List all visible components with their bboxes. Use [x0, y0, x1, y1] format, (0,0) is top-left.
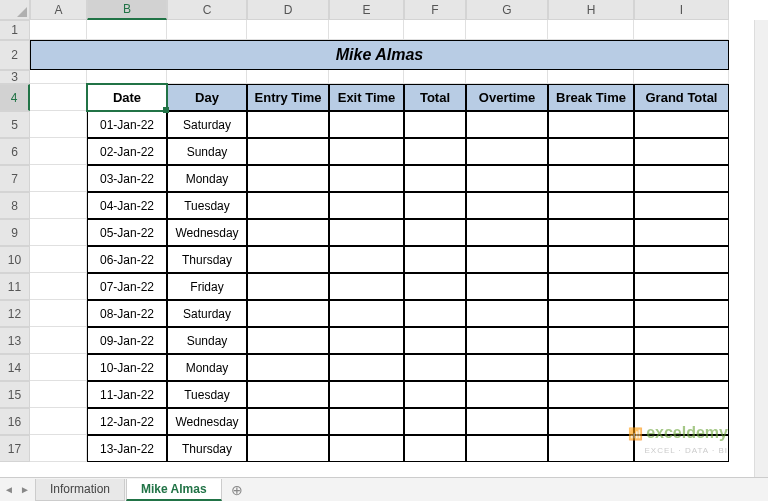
- data-cell-I8[interactable]: [634, 192, 729, 219]
- data-cell-F17[interactable]: [404, 435, 466, 462]
- date-cell-14[interactable]: 10-Jan-22: [87, 354, 167, 381]
- data-cell-E12[interactable]: [329, 300, 404, 327]
- data-cell-G5[interactable]: [466, 111, 548, 138]
- header-overtime[interactable]: Overtime: [466, 84, 548, 111]
- day-cell-15[interactable]: Tuesday: [167, 381, 247, 408]
- data-cell-H16[interactable]: [548, 408, 634, 435]
- title-cell[interactable]: Mike Almas: [30, 40, 729, 70]
- data-cell-D14[interactable]: [247, 354, 329, 381]
- header-date[interactable]: Date: [87, 84, 167, 111]
- data-cell-F15[interactable]: [404, 381, 466, 408]
- cell-H3[interactable]: [548, 70, 634, 84]
- cell-A16[interactable]: [30, 408, 87, 435]
- data-cell-E13[interactable]: [329, 327, 404, 354]
- data-cell-F11[interactable]: [404, 273, 466, 300]
- data-cell-H14[interactable]: [548, 354, 634, 381]
- data-cell-I6[interactable]: [634, 138, 729, 165]
- col-header-A[interactable]: A: [30, 0, 87, 20]
- cell-A3[interactable]: [30, 70, 87, 84]
- data-cell-F13[interactable]: [404, 327, 466, 354]
- data-cell-E10[interactable]: [329, 246, 404, 273]
- data-cell-G9[interactable]: [466, 219, 548, 246]
- data-cell-E14[interactable]: [329, 354, 404, 381]
- header-break-time[interactable]: Break Time: [548, 84, 634, 111]
- day-cell-12[interactable]: Saturday: [167, 300, 247, 327]
- data-cell-E17[interactable]: [329, 435, 404, 462]
- data-cell-I13[interactable]: [634, 327, 729, 354]
- data-cell-F16[interactable]: [404, 408, 466, 435]
- cell-I1[interactable]: [634, 20, 729, 40]
- col-header-C[interactable]: C: [167, 0, 247, 20]
- row-header-8[interactable]: 8: [0, 192, 30, 219]
- data-cell-D8[interactable]: [247, 192, 329, 219]
- cell-A8[interactable]: [30, 192, 87, 219]
- data-cell-G12[interactable]: [466, 300, 548, 327]
- data-cell-D10[interactable]: [247, 246, 329, 273]
- data-cell-I9[interactable]: [634, 219, 729, 246]
- date-cell-17[interactable]: 13-Jan-22: [87, 435, 167, 462]
- day-cell-17[interactable]: Thursday: [167, 435, 247, 462]
- day-cell-7[interactable]: Monday: [167, 165, 247, 192]
- cell-A10[interactable]: [30, 246, 87, 273]
- data-cell-I7[interactable]: [634, 165, 729, 192]
- day-cell-5[interactable]: Saturday: [167, 111, 247, 138]
- data-cell-I14[interactable]: [634, 354, 729, 381]
- data-cell-I10[interactable]: [634, 246, 729, 273]
- date-cell-11[interactable]: 07-Jan-22: [87, 273, 167, 300]
- cell-I3[interactable]: [634, 70, 729, 84]
- row-header-6[interactable]: 6: [0, 138, 30, 165]
- data-cell-G13[interactable]: [466, 327, 548, 354]
- day-cell-6[interactable]: Sunday: [167, 138, 247, 165]
- row-header-7[interactable]: 7: [0, 165, 30, 192]
- data-cell-H5[interactable]: [548, 111, 634, 138]
- data-cell-F6[interactable]: [404, 138, 466, 165]
- day-cell-14[interactable]: Monday: [167, 354, 247, 381]
- data-cell-D13[interactable]: [247, 327, 329, 354]
- col-header-D[interactable]: D: [247, 0, 329, 20]
- data-cell-G16[interactable]: [466, 408, 548, 435]
- vertical-scrollbar[interactable]: [754, 20, 768, 477]
- data-cell-D5[interactable]: [247, 111, 329, 138]
- data-cell-F9[interactable]: [404, 219, 466, 246]
- row-header-1[interactable]: 1: [0, 20, 30, 40]
- data-cell-H12[interactable]: [548, 300, 634, 327]
- data-cell-D7[interactable]: [247, 165, 329, 192]
- data-cell-G7[interactable]: [466, 165, 548, 192]
- cell-B1[interactable]: [87, 20, 167, 40]
- cell-E1[interactable]: [329, 20, 404, 40]
- col-header-G[interactable]: G: [466, 0, 548, 20]
- spreadsheet-grid[interactable]: ABCDEFGHI12Mike Almas34DateDayEntry Time…: [0, 0, 768, 462]
- data-cell-H7[interactable]: [548, 165, 634, 192]
- cell-A14[interactable]: [30, 354, 87, 381]
- cell-E3[interactable]: [329, 70, 404, 84]
- day-cell-13[interactable]: Sunday: [167, 327, 247, 354]
- row-header-15[interactable]: 15: [0, 381, 30, 408]
- data-cell-I15[interactable]: [634, 381, 729, 408]
- row-header-3[interactable]: 3: [0, 70, 30, 84]
- data-cell-D12[interactable]: [247, 300, 329, 327]
- cell-B3[interactable]: [87, 70, 167, 84]
- nav-next-icon[interactable]: ►: [20, 484, 30, 495]
- data-cell-G14[interactable]: [466, 354, 548, 381]
- data-cell-E9[interactable]: [329, 219, 404, 246]
- data-cell-D16[interactable]: [247, 408, 329, 435]
- date-cell-16[interactable]: 12-Jan-22: [87, 408, 167, 435]
- row-header-12[interactable]: 12: [0, 300, 30, 327]
- sheet-tab-information[interactable]: Information: [35, 479, 125, 501]
- cell-A5[interactable]: [30, 111, 87, 138]
- data-cell-E15[interactable]: [329, 381, 404, 408]
- cell-A9[interactable]: [30, 219, 87, 246]
- row-header-17[interactable]: 17: [0, 435, 30, 462]
- data-cell-F7[interactable]: [404, 165, 466, 192]
- data-cell-H13[interactable]: [548, 327, 634, 354]
- data-cell-E5[interactable]: [329, 111, 404, 138]
- data-cell-E6[interactable]: [329, 138, 404, 165]
- data-cell-D9[interactable]: [247, 219, 329, 246]
- date-cell-15[interactable]: 11-Jan-22: [87, 381, 167, 408]
- add-sheet-button[interactable]: ⊕: [223, 479, 251, 501]
- cell-A12[interactable]: [30, 300, 87, 327]
- data-cell-F8[interactable]: [404, 192, 466, 219]
- cell-A17[interactable]: [30, 435, 87, 462]
- data-cell-D6[interactable]: [247, 138, 329, 165]
- cell-F1[interactable]: [404, 20, 466, 40]
